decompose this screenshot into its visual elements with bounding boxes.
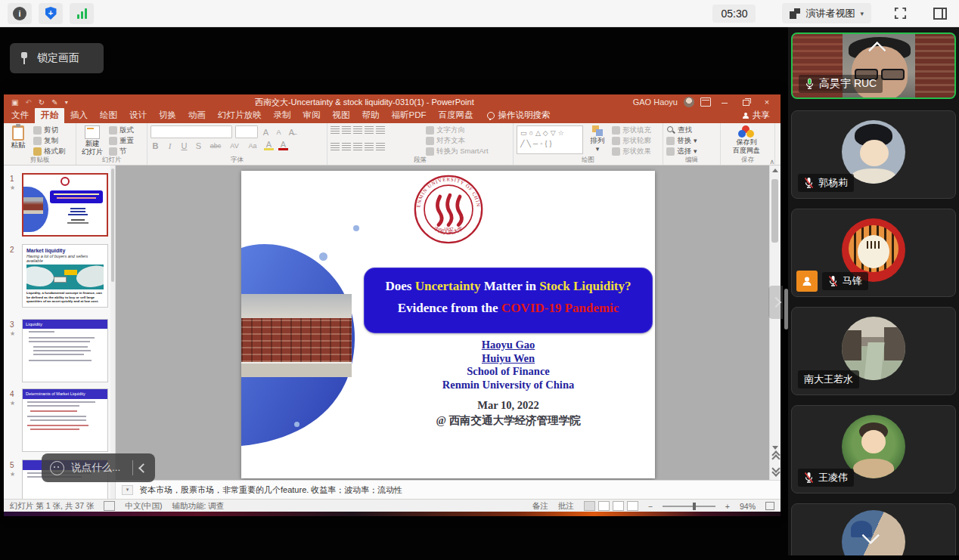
- restore-button[interactable]: [738, 97, 753, 107]
- undo-icon[interactable]: ↶: [25, 98, 31, 107]
- collapse-ribbon-icon[interactable]: ∧: [769, 158, 774, 166]
- slide-editor[interactable]: RENMIN UNIVERSITY OF CHINA 1937 中国人民大学 D…: [241, 171, 655, 478]
- thumbnail-scrollbar[interactable]: [110, 166, 115, 499]
- qat-more-icon[interactable]: ▾: [65, 99, 68, 106]
- language-status[interactable]: 中文(中国): [125, 501, 162, 512]
- account-name[interactable]: GAO Haoyu: [633, 97, 678, 107]
- shape-fill-button[interactable]: 形状填充: [612, 125, 651, 135]
- notes-toggle[interactable]: 备注: [532, 501, 548, 512]
- participant-tile-wangruoshui[interactable]: 南大王若水: [791, 307, 956, 395]
- tab-foxit-pdf[interactable]: 福昕PDF: [386, 108, 433, 123]
- scroll-down-arrow[interactable]: [772, 446, 778, 450]
- tell-me-search[interactable]: 操作说明搜索: [480, 108, 558, 123]
- tab-view[interactable]: 视图: [327, 108, 356, 123]
- select-button[interactable]: 选择▾: [666, 147, 717, 156]
- account-avatar[interactable]: [684, 97, 694, 107]
- ribbon-options-icon[interactable]: [700, 97, 711, 107]
- ink-icon[interactable]: ✎: [51, 98, 57, 107]
- text-direction-button[interactable]: 文字方向: [426, 125, 489, 135]
- participant-tile-partial[interactable]: [791, 503, 956, 555]
- underline-button[interactable]: U: [179, 141, 189, 150]
- tab-slideshow[interactable]: 幻灯片放映: [212, 108, 268, 123]
- shape-outline-button[interactable]: 形状轮廓: [612, 136, 651, 145]
- slideshow-icon[interactable]: [627, 501, 638, 511]
- layout-button[interactable]: 版式: [109, 125, 134, 135]
- clear-format-icon[interactable]: A̶: [287, 128, 296, 137]
- redo-icon[interactable]: ↻: [39, 98, 45, 107]
- participant-tile-mafeng[interactable]: 马锋: [791, 209, 956, 297]
- new-slide-button[interactable]: 新建 幻灯片: [79, 125, 105, 156]
- reset-button[interactable]: 重置: [109, 136, 134, 145]
- pin-view-button[interactable]: 锁定画面: [10, 43, 104, 73]
- zoom-slider-thumb[interactable]: [693, 503, 696, 510]
- slide-thumbnail-1[interactable]: [22, 173, 108, 237]
- section-button[interactable]: 节: [109, 147, 134, 156]
- previous-slide-button[interactable]: [773, 452, 779, 462]
- notes-pane[interactable]: ▾ 资本市场，股票市场，非常重要的几个feature. 收益率；波动率；流动性: [116, 480, 781, 499]
- copy-button[interactable]: 复制: [33, 136, 66, 145]
- change-case-button[interactable]: Aa: [246, 142, 259, 150]
- font-name-combobox[interactable]: [151, 125, 232, 138]
- minimize-button[interactable]: [717, 97, 732, 107]
- fit-slide-icon[interactable]: [765, 502, 774, 510]
- participant-tile-guoyangli[interactable]: 郭杨莉: [791, 110, 956, 199]
- canvas-scrollbar[interactable]: [769, 166, 781, 480]
- highlight-color-button[interactable]: A: [264, 141, 274, 150]
- sidebar-toggle-button[interactable]: [929, 3, 951, 23]
- tab-draw[interactable]: 绘图: [94, 108, 123, 123]
- tab-record[interactable]: 录制: [268, 108, 297, 123]
- strikethrough-button[interactable]: abc: [208, 142, 223, 150]
- zoom-slider[interactable]: [663, 506, 715, 507]
- close-button[interactable]: ×: [759, 97, 774, 107]
- cut-button[interactable]: 剪切: [33, 125, 66, 135]
- find-button[interactable]: 查找: [666, 125, 717, 135]
- scroll-down-button[interactable]: [864, 525, 883, 545]
- accessibility-status[interactable]: 辅助功能: 调查: [172, 501, 224, 512]
- format-painter-button[interactable]: 格式刷: [33, 147, 66, 156]
- arrange-button[interactable]: 排列 ▾: [588, 125, 607, 156]
- tab-insert[interactable]: 插入: [64, 108, 94, 123]
- tab-animations[interactable]: 动画: [182, 108, 212, 123]
- save-to-baidu-button[interactable]: 保存到 百度网盘: [724, 125, 769, 154]
- fullscreen-button[interactable]: [889, 3, 911, 23]
- network-status-button[interactable]: [70, 3, 94, 24]
- chat-placeholder[interactable]: 说点什么...: [71, 461, 120, 475]
- zoom-out-button[interactable]: −: [648, 502, 653, 511]
- zoom-in-button[interactable]: +: [725, 502, 730, 511]
- scroll-up-arrow[interactable]: [772, 169, 778, 172]
- smartart-button[interactable]: 转换为 SmartArt: [426, 147, 489, 156]
- participant-tile-gaohaoyu[interactable]: 高昊宇 RUC: [791, 32, 956, 99]
- shape-effects-button[interactable]: 形状效果: [612, 147, 651, 156]
- next-slide-button[interactable]: [773, 466, 779, 475]
- tab-baidu-netdisk[interactable]: 百度网盘: [433, 108, 480, 123]
- chevron-left-icon[interactable]: [138, 463, 148, 473]
- shrink-font-icon[interactable]: A: [274, 128, 284, 136]
- slide-thumbnail-4[interactable]: Determinants of Market Liquidity: [22, 388, 108, 452]
- panel-collapse-tab[interactable]: [768, 286, 783, 319]
- bold-button[interactable]: B: [151, 141, 160, 150]
- tab-help[interactable]: 帮助: [356, 108, 386, 123]
- zoom-level[interactable]: 94%: [740, 502, 756, 511]
- char-spacing-button[interactable]: AV: [228, 142, 241, 150]
- paste-button[interactable]: 粘贴: [7, 125, 29, 156]
- reading-view-icon[interactable]: [613, 501, 624, 511]
- tab-transitions[interactable]: 切换: [153, 108, 182, 123]
- list-indent-icons[interactable]: [331, 125, 420, 135]
- replace-button[interactable]: 替换▾: [666, 136, 717, 145]
- slide-sorter-icon[interactable]: [598, 501, 610, 511]
- font-size-combobox[interactable]: [235, 125, 258, 138]
- view-mode-dropdown[interactable]: 演讲者视图 ▾: [782, 3, 871, 23]
- tab-review[interactable]: 审阅: [297, 108, 327, 123]
- normal-view-icon[interactable]: [584, 501, 595, 511]
- tab-file[interactable]: 文件: [5, 108, 35, 123]
- align-text-button[interactable]: 对齐文本: [426, 136, 489, 145]
- scroll-thumb[interactable]: [771, 179, 778, 243]
- grow-font-icon[interactable]: A: [261, 128, 271, 137]
- font-color-button[interactable]: A: [278, 141, 288, 150]
- scroll-up-button[interactable]: [864, 40, 883, 60]
- text-shadow-button[interactable]: S: [194, 141, 203, 150]
- spellcheck-icon[interactable]: [104, 501, 115, 511]
- security-button[interactable]: +: [39, 3, 63, 24]
- tab-design[interactable]: 设计: [123, 108, 153, 123]
- save-icon[interactable]: ▣: [11, 98, 18, 107]
